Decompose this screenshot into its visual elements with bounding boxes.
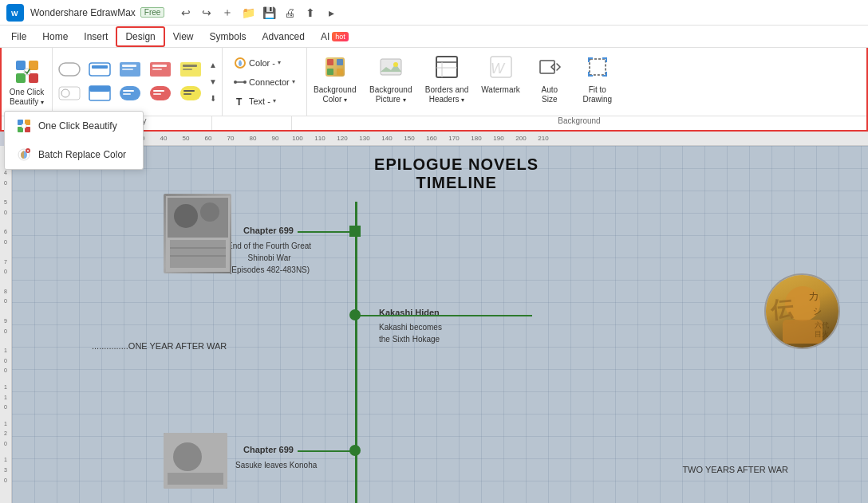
watermark-label: Watermark (481, 85, 520, 94)
ruler-mark: 120 (331, 135, 353, 142)
svg-rect-14 (152, 65, 167, 67)
style-shape-1[interactable] (56, 59, 83, 80)
sasuke-label: Sasuke leaves Konoha (235, 461, 317, 470)
style-shape-4[interactable] (147, 59, 174, 80)
menu-design[interactable]: Design (116, 26, 164, 47)
background-picture-button[interactable]: Background Picture ▾ (363, 48, 419, 116)
timeline-vertical-line (355, 202, 357, 503)
redo-button[interactable]: ↪ (198, 4, 215, 22)
manga-thumb-2 (164, 433, 227, 489)
svg-rect-18 (183, 69, 192, 70)
color-dropdown-arrow: ▾ (278, 59, 281, 66)
one-click-beautify-button[interactable]: One Click Beautify ▾ (2, 48, 53, 116)
one-click-beautify-label: One Click (10, 88, 44, 96)
title-line2: TIMELINE (374, 174, 539, 192)
auto-size-label2: Size (542, 95, 557, 104)
canvas[interactable]: EPILOGUE NOVELS TIMELINE Chapter 699 End… (12, 146, 868, 503)
h-line-1 (298, 231, 355, 233)
two-years-label: TWO YEARS AFTER WAR (682, 465, 788, 474)
scroll-down-arrow[interactable]: ▼ (207, 77, 219, 88)
batch-replace-color-menu-label: Batch Replace Color (38, 149, 126, 160)
scroll-expand-arrow[interactable]: ⬇ (207, 93, 219, 104)
svg-point-68 (173, 442, 202, 471)
ruler-mark: 90 (264, 135, 286, 142)
svg-point-35 (243, 81, 247, 84)
svg-rect-42 (381, 59, 401, 75)
svg-point-74 (22, 124, 26, 128)
scroll-up-arrow[interactable]: ▲ (207, 60, 219, 71)
svg-rect-56 (170, 240, 226, 268)
style-shape-10[interactable] (177, 83, 204, 104)
svg-rect-44 (436, 57, 457, 77)
ruler-mark: 160 (420, 135, 443, 142)
svg-rect-8 (89, 63, 110, 76)
connector-button[interactable]: Connector ▾ (229, 74, 300, 90)
kakashi-becomes-label: Kakashi becomesthe Sixth Hokage (379, 321, 442, 345)
fit-to-drawing-button[interactable]: Fit to Drawing (573, 48, 622, 116)
watermark-button[interactable]: W Watermark (475, 48, 527, 116)
print-button[interactable]: 🖨 (281, 4, 298, 22)
style-shape-9[interactable] (147, 83, 174, 104)
new-button[interactable]: ＋ (219, 4, 236, 22)
export-button[interactable]: ⬆ (302, 4, 319, 22)
bg-color-dropdown: ▾ (344, 96, 347, 104)
background-color-button[interactable]: Background Color ▾ (307, 48, 363, 116)
style-shape-3[interactable] (116, 59, 144, 80)
ruler-mark: 50 (175, 135, 197, 142)
color-button[interactable]: Color - ▾ (229, 55, 300, 71)
borders-headers-label2: Headers (429, 95, 460, 104)
ruler-mark: 60 (197, 135, 219, 142)
chapter699-2-label: Chapter 699 (243, 445, 294, 454)
style-shape-2[interactable] (86, 59, 113, 80)
one-click-beautify-icon (16, 118, 32, 134)
ruler-mark: 150 (398, 135, 420, 142)
auto-size-button[interactable]: Auto Size (527, 48, 573, 116)
menu-item-one-click-beautify[interactable]: One Click Beautify (5, 112, 143, 140)
svg-point-54 (174, 204, 198, 228)
menu-insert[interactable]: Insert (76, 28, 116, 45)
style-shape-8[interactable] (116, 83, 144, 104)
svg-text:W: W (11, 10, 18, 18)
dot-1 (349, 226, 361, 237)
background-picture-label2: Picture (376, 95, 400, 104)
undo-button[interactable]: ↩ (177, 4, 195, 22)
color-label: Color - (249, 58, 275, 68)
character-circle: 伝 カ シ 六代 目火 (764, 273, 840, 349)
one-click-beautify-menu-label: One Click Beautify (38, 120, 117, 132)
background-color-label2: Color (322, 95, 341, 104)
menu-ai[interactable]: AI hot (313, 28, 357, 45)
save-button[interactable]: 💾 (260, 4, 278, 22)
menu-file[interactable]: File (3, 28, 34, 45)
ruler-mark: 200 (510, 135, 532, 142)
auto-size-label: Auto (541, 85, 558, 94)
open-button[interactable]: 📁 (239, 4, 257, 22)
style-shape-6[interactable] (56, 83, 83, 104)
background-color-label: Background (314, 85, 356, 94)
svg-rect-51 (590, 59, 606, 75)
titlebar-tools: ↩ ↪ ＋ 📁 💾 🖨 ⬆ ▸ (177, 4, 340, 22)
text-button[interactable]: T Text - ▾ (229, 93, 300, 109)
one-click-beautify-label2: Beautify (10, 97, 38, 106)
menu-symbols[interactable]: Symbols (202, 28, 254, 45)
ruler-mark: 170 (443, 135, 465, 142)
ruler-mark: 100 (286, 135, 309, 142)
menu-view[interactable]: View (165, 28, 202, 45)
ruler-mark: 80 (242, 135, 264, 142)
play-button[interactable]: ▸ (322, 4, 340, 22)
menu-advanced[interactable]: Advanced (254, 28, 313, 45)
ruler-mark: 180 (465, 135, 487, 142)
style-shape-7[interactable] (86, 83, 113, 104)
borders-headers-label: Borders and (425, 85, 468, 94)
menu-home[interactable]: Home (34, 28, 76, 45)
war-desc: End of the Fourth GreatShinobi War(Episo… (227, 240, 311, 276)
ruler-mark: 210 (532, 135, 554, 142)
svg-point-34 (234, 81, 237, 84)
menu-item-batch-replace-color[interactable]: Batch Replace Color (5, 140, 143, 169)
svg-text:T: T (236, 96, 243, 108)
svg-rect-7 (59, 63, 80, 76)
svg-rect-3 (29, 61, 38, 70)
ruler-mark: 190 (487, 135, 510, 142)
style-shape-5[interactable] (177, 59, 204, 80)
app-logo: W (6, 4, 24, 22)
borders-headers-button[interactable]: Borders and Headers ▾ (419, 48, 475, 116)
